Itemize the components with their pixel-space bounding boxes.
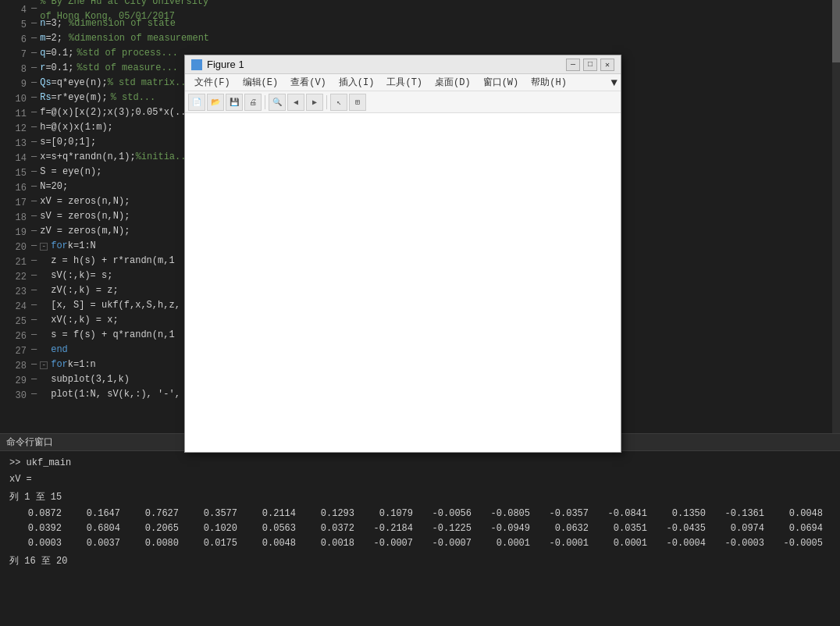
figure-window: Figure 1 — □ ✕ 文件(F) 编辑(E) 查看(V) 插入(I) 工… <box>184 55 621 453</box>
table-cell: 0.0392 <box>9 521 68 536</box>
tb-print-btn[interactable]: 🖨 <box>244 94 262 111</box>
tb-cursor-btn[interactable]: ↖ <box>330 94 347 111</box>
table-cell: -0.013 <box>829 507 840 521</box>
figure-plots <box>185 113 621 452</box>
menu-window[interactable]: 窗口(W) <box>477 74 525 91</box>
figure-title-left: Figure 1 <box>191 59 244 70</box>
editor-scrollbar[interactable] <box>832 0 840 433</box>
maximize-button[interactable]: □ <box>583 59 597 71</box>
table-cell: 0.0872 <box>9 507 68 521</box>
figure-titlebar: Figure 1 — □ ✕ <box>185 55 621 74</box>
plot-canvas-3 <box>191 552 614 626</box>
figure-toolbar: 📄 📂 💾 🖨 🔍 ◀ ▶ ↖ ⊞ <box>185 91 621 113</box>
menu-desktop[interactable]: 桌面(D) <box>429 74 477 91</box>
fold-btn-20[interactable]: - <box>40 243 48 251</box>
plot-canvas-1 <box>191 116 614 334</box>
table-cell: 0.0037 <box>68 536 126 551</box>
menu-edit[interactable]: 编辑(E) <box>237 74 285 91</box>
table-cell: 0.0694 <box>771 521 829 536</box>
menu-help[interactable]: 帮助(H) <box>525 74 573 91</box>
table-cell: 0.1647 <box>68 507 126 521</box>
table-cell: -0.1361 <box>712 507 771 521</box>
fold-btn-28[interactable]: - <box>40 361 48 369</box>
table-cell: 0.0974 <box>712 521 771 536</box>
figure-window-controls[interactable]: — □ ✕ <box>566 59 614 71</box>
tb-zoom-btn[interactable]: 🔍 <box>269 94 286 111</box>
table-cell: -0.0005 <box>771 536 829 551</box>
figure-collapse-btn[interactable]: ▼ <box>611 76 618 89</box>
table-cell: -0.0435 <box>653 521 712 536</box>
tb-data-btn[interactable]: ⊞ <box>349 94 366 111</box>
command-window-label: 命令行窗口 <box>6 436 53 449</box>
figure-menubar: 文件(F) 编辑(E) 查看(V) 插入(I) 工具(T) 桌面(D) 窗口(W… <box>185 74 621 91</box>
table-cell: -0.038 <box>829 521 840 536</box>
menu-insert[interactable]: 插入(I) <box>333 74 381 91</box>
figure-icon <box>191 59 202 70</box>
close-button[interactable]: ✕ <box>600 59 614 71</box>
table-cell: -0.0003 <box>712 536 771 551</box>
tb-open-btn[interactable]: 📂 <box>207 94 224 111</box>
menu-view[interactable]: 查看(V) <box>284 74 333 91</box>
line-numbers: 45678 910111213 1415161718 1920212223 24… <box>0 0 31 433</box>
subplot-3 <box>191 552 614 626</box>
tb-save-btn[interactable]: 💾 <box>226 94 243 111</box>
table-cell: 0.0048 <box>771 507 829 521</box>
tb-prev-btn[interactable]: ◀ <box>287 94 304 111</box>
figure-title: Figure 1 <box>207 59 244 70</box>
subplot-2 <box>191 334 614 552</box>
table-cell: 0.0080 <box>126 536 185 551</box>
table-cell: 0.1350 <box>653 507 712 521</box>
table-cell: -0.0004 <box>653 536 712 551</box>
subplot-1 <box>191 116 614 334</box>
menu-tools[interactable]: 工具(T) <box>380 74 429 91</box>
tb-new-btn[interactable]: 📄 <box>188 94 205 111</box>
table-cell: 0.2065 <box>126 521 185 536</box>
tb-next-btn[interactable]: ▶ <box>306 94 323 111</box>
table-cell: 0.0003 <box>9 536 68 551</box>
menu-file[interactable]: 文件(F) <box>188 74 237 91</box>
table-cell: 0.7627 <box>126 507 185 521</box>
table-cell: -0.000 <box>829 536 840 551</box>
table-cell: 0.6804 <box>68 521 126 536</box>
plot-canvas-2 <box>191 334 614 552</box>
minimize-button[interactable]: — <box>566 59 580 71</box>
